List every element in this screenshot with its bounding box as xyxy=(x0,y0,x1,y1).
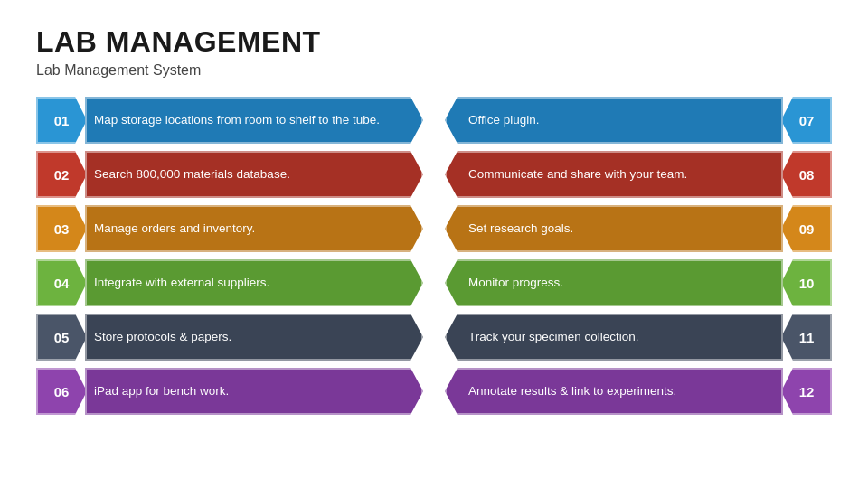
text-wrap-05: Store protocols & papers. xyxy=(85,314,423,361)
right-item-6: 12 Annotate results & link to experiment… xyxy=(445,368,832,415)
left-item-6: 06 iPad app for bench work. xyxy=(36,368,423,415)
text-wrap-12: Annotate results & link to experiments. xyxy=(445,368,783,415)
badge-num-12: 12 xyxy=(781,368,832,415)
text-wrap-02: Search 800,000 materials database. xyxy=(85,151,423,198)
page-title: LAB MANAGEMENT xyxy=(36,25,832,59)
text-wrap-09: Set research goals. xyxy=(445,205,783,252)
text-wrap-04: Integrate with external suppliers. xyxy=(85,259,423,306)
text-wrap-07: Office plugin. xyxy=(445,97,783,144)
text-wrap-06: iPad app for bench work. xyxy=(85,368,423,415)
badge-num-08: 08 xyxy=(781,151,832,198)
left-item-4: 04 Integrate with external suppliers. xyxy=(36,259,423,306)
badge-num-11: 11 xyxy=(781,314,832,361)
right-item-4: 10 Monitor progress. xyxy=(445,259,832,306)
badge-num-10: 10 xyxy=(781,259,832,306)
page-subtitle: Lab Management System xyxy=(36,62,832,79)
slide: LAB MANAGEMENT Lab Management System 01 … xyxy=(0,0,868,488)
right-item-5: 11 Track your specimen collection. xyxy=(445,314,832,361)
text-wrap-10: Monitor progress. xyxy=(445,259,783,306)
badge-num-06: 06 xyxy=(36,368,87,415)
badge-num-03: 03 xyxy=(36,205,87,252)
text-wrap-03: Manage orders and inventory. xyxy=(85,205,423,252)
badge-num-07: 07 xyxy=(781,97,832,144)
right-item-2: 08 Communicate and share with your team. xyxy=(445,151,832,198)
left-item-5: 05 Store protocols & papers. xyxy=(36,314,423,361)
badge-num-02: 02 xyxy=(36,151,87,198)
text-wrap-11: Track your specimen collection. xyxy=(445,314,783,361)
left-column: 01 Map storage locations from room to sh… xyxy=(36,97,423,415)
content-area: 01 Map storage locations from room to sh… xyxy=(36,97,832,415)
left-item-2: 02 Search 800,000 materials database. xyxy=(36,151,423,198)
right-column: 07 Office plugin. 08 Communicate and sha… xyxy=(445,97,832,415)
right-item-1: 07 Office plugin. xyxy=(445,97,832,144)
text-wrap-01: Map storage locations from room to shelf… xyxy=(85,97,423,144)
badge-num-01: 01 xyxy=(36,97,87,144)
badge-num-09: 09 xyxy=(781,205,832,252)
left-item-3: 03 Manage orders and inventory. xyxy=(36,205,423,252)
text-wrap-08: Communicate and share with your team. xyxy=(445,151,783,198)
badge-num-05: 05 xyxy=(36,314,87,361)
right-item-3: 09 Set research goals. xyxy=(445,205,832,252)
left-item-1: 01 Map storage locations from room to sh… xyxy=(36,97,423,144)
badge-num-04: 04 xyxy=(36,259,87,306)
